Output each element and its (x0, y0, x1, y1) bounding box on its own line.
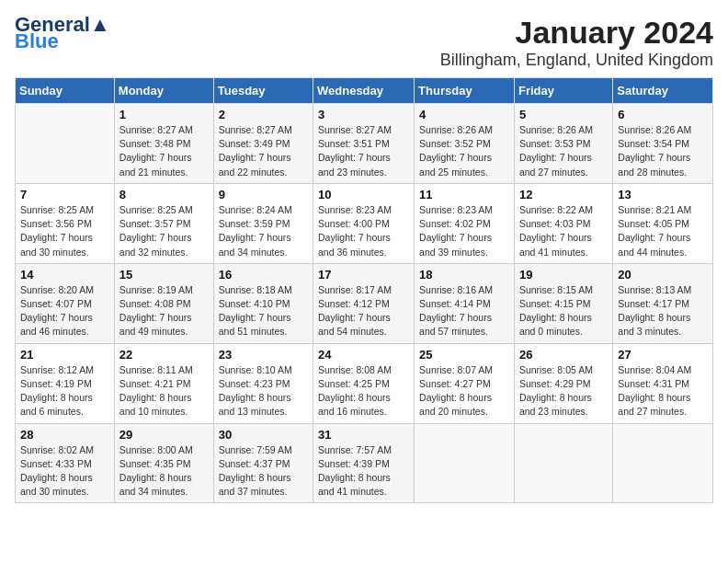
calendar-cell: 21Sunrise: 8:12 AM Sunset: 4:19 PM Dayli… (16, 343, 115, 423)
day-header-thursday: Thursday (415, 78, 515, 104)
calendar-cell: 1Sunrise: 8:27 AM Sunset: 3:48 PM Daylig… (114, 104, 213, 184)
calendar-cell: 20Sunrise: 8:13 AM Sunset: 4:17 PM Dayli… (613, 263, 713, 343)
calendar-cell: 15Sunrise: 8:19 AM Sunset: 4:08 PM Dayli… (114, 263, 213, 343)
day-info: Sunrise: 8:27 AM Sunset: 3:49 PM Dayligh… (219, 123, 308, 179)
day-header-sunday: Sunday (16, 78, 115, 104)
calendar-cell: 22Sunrise: 8:11 AM Sunset: 4:21 PM Dayli… (114, 343, 213, 423)
day-header-monday: Monday (114, 78, 213, 104)
calendar-cell: 29Sunrise: 8:00 AM Sunset: 4:35 PM Dayli… (114, 423, 213, 503)
day-number: 30 (219, 428, 308, 442)
day-info: Sunrise: 8:04 AM Sunset: 4:31 PM Dayligh… (618, 363, 708, 419)
calendar-cell: 11Sunrise: 8:23 AM Sunset: 4:02 PM Dayli… (415, 183, 515, 263)
day-number: 27 (618, 348, 708, 362)
calendar-cell (613, 423, 713, 503)
day-info: Sunrise: 8:23 AM Sunset: 4:02 PM Dayligh… (419, 203, 509, 259)
calendar-cell: 5Sunrise: 8:26 AM Sunset: 3:53 PM Daylig… (514, 104, 612, 184)
calendar-cell: 26Sunrise: 8:05 AM Sunset: 4:29 PM Dayli… (514, 343, 612, 423)
day-number: 4 (419, 108, 509, 121)
main-title: January 2024 (440, 15, 713, 51)
day-number: 23 (219, 348, 308, 362)
day-number: 26 (519, 348, 608, 362)
calendar-cell: 14Sunrise: 8:20 AM Sunset: 4:07 PM Dayli… (16, 263, 115, 343)
day-info: Sunrise: 8:23 AM Sunset: 4:00 PM Dayligh… (318, 203, 409, 259)
day-info: Sunrise: 8:13 AM Sunset: 4:17 PM Dayligh… (618, 283, 708, 339)
calendar-cell: 7Sunrise: 8:25 AM Sunset: 3:56 PM Daylig… (16, 183, 115, 263)
day-info: Sunrise: 8:12 AM Sunset: 4:19 PM Dayligh… (20, 363, 109, 419)
calendar-week-5: 28Sunrise: 8:02 AM Sunset: 4:33 PM Dayli… (16, 423, 713, 503)
day-number: 1 (119, 108, 209, 121)
day-info: Sunrise: 8:24 AM Sunset: 3:59 PM Dayligh… (219, 203, 308, 259)
day-info: Sunrise: 8:10 AM Sunset: 4:23 PM Dayligh… (219, 363, 308, 419)
day-info: Sunrise: 8:15 AM Sunset: 4:15 PM Dayligh… (519, 283, 608, 339)
day-number: 17 (318, 268, 409, 282)
calendar-cell: 16Sunrise: 8:18 AM Sunset: 4:10 PM Dayli… (213, 263, 313, 343)
calendar-cell: 3Sunrise: 8:27 AM Sunset: 3:51 PM Daylig… (313, 104, 415, 184)
calendar-cell: 28Sunrise: 8:02 AM Sunset: 4:33 PM Dayli… (16, 423, 115, 503)
calendar-week-2: 7Sunrise: 8:25 AM Sunset: 3:56 PM Daylig… (16, 183, 713, 263)
day-info: Sunrise: 8:19 AM Sunset: 4:08 PM Dayligh… (119, 283, 209, 339)
logo-text2: Blue (15, 31, 59, 52)
day-number: 24 (318, 348, 409, 362)
day-info: Sunrise: 8:18 AM Sunset: 4:10 PM Dayligh… (219, 283, 308, 339)
day-number: 14 (20, 268, 109, 282)
day-number: 28 (20, 428, 109, 442)
calendar-cell: 30Sunrise: 7:59 AM Sunset: 4:37 PM Dayli… (213, 423, 313, 503)
day-info: Sunrise: 8:02 AM Sunset: 4:33 PM Dayligh… (20, 443, 109, 500)
day-number: 6 (618, 108, 708, 121)
day-number: 16 (219, 268, 308, 282)
calendar-cell: 24Sunrise: 8:08 AM Sunset: 4:25 PM Dayli… (313, 343, 415, 423)
calendar-cell: 25Sunrise: 8:07 AM Sunset: 4:27 PM Dayli… (415, 343, 515, 423)
day-number: 9 (219, 188, 308, 201)
calendar-cell: 17Sunrise: 8:17 AM Sunset: 4:12 PM Dayli… (313, 263, 415, 343)
day-info: Sunrise: 8:11 AM Sunset: 4:21 PM Dayligh… (119, 363, 209, 419)
calendar-header: SundayMondayTuesdayWednesdayThursdayFrid… (16, 78, 713, 104)
day-number: 12 (519, 188, 608, 201)
day-info: Sunrise: 8:17 AM Sunset: 4:12 PM Dayligh… (318, 283, 409, 339)
calendar-cell: 9Sunrise: 8:24 AM Sunset: 3:59 PM Daylig… (213, 183, 313, 263)
calendar-table: SundayMondayTuesdayWednesdayThursdayFrid… (15, 77, 713, 503)
day-info: Sunrise: 8:20 AM Sunset: 4:07 PM Dayligh… (20, 283, 109, 339)
day-number: 18 (419, 268, 509, 282)
day-info: Sunrise: 7:57 AM Sunset: 4:39 PM Dayligh… (318, 443, 409, 500)
logo: General▲ Blue (15, 15, 110, 52)
day-number: 20 (618, 268, 708, 282)
day-info: Sunrise: 8:25 AM Sunset: 3:57 PM Dayligh… (119, 203, 209, 259)
day-info: Sunrise: 8:07 AM Sunset: 4:27 PM Dayligh… (419, 363, 509, 419)
day-info: Sunrise: 8:25 AM Sunset: 3:56 PM Dayligh… (20, 203, 109, 259)
day-number: 13 (618, 188, 708, 201)
day-header-friday: Friday (514, 78, 612, 104)
day-number: 5 (519, 108, 608, 121)
calendar-week-3: 14Sunrise: 8:20 AM Sunset: 4:07 PM Dayli… (16, 263, 713, 343)
day-info: Sunrise: 8:26 AM Sunset: 3:53 PM Dayligh… (519, 123, 608, 179)
day-info: Sunrise: 8:00 AM Sunset: 4:35 PM Dayligh… (119, 443, 209, 500)
day-header-wednesday: Wednesday (313, 78, 415, 104)
calendar-cell: 13Sunrise: 8:21 AM Sunset: 4:05 PM Dayli… (613, 183, 713, 263)
calendar-week-1: 1Sunrise: 8:27 AM Sunset: 3:48 PM Daylig… (16, 104, 713, 184)
day-info: Sunrise: 8:22 AM Sunset: 4:03 PM Dayligh… (519, 203, 608, 259)
day-info: Sunrise: 8:26 AM Sunset: 3:54 PM Dayligh… (618, 123, 708, 179)
day-number: 3 (318, 108, 409, 121)
calendar-cell (415, 423, 515, 503)
day-number: 25 (419, 348, 509, 362)
day-number: 19 (519, 268, 608, 282)
day-number: 11 (419, 188, 509, 201)
calendar-cell: 19Sunrise: 8:15 AM Sunset: 4:15 PM Dayli… (514, 263, 612, 343)
calendar-cell: 31Sunrise: 7:57 AM Sunset: 4:39 PM Dayli… (313, 423, 415, 503)
subtitle: Billingham, England, United Kingdom (440, 51, 713, 70)
calendar-cell (16, 104, 115, 184)
day-info: Sunrise: 8:27 AM Sunset: 3:51 PM Dayligh… (318, 123, 409, 179)
calendar-cell (514, 423, 612, 503)
calendar-cell: 23Sunrise: 8:10 AM Sunset: 4:23 PM Dayli… (213, 343, 313, 423)
calendar-cell: 4Sunrise: 8:26 AM Sunset: 3:52 PM Daylig… (415, 104, 515, 184)
day-number: 31 (318, 428, 409, 442)
calendar-cell: 2Sunrise: 8:27 AM Sunset: 3:49 PM Daylig… (213, 104, 313, 184)
day-info: Sunrise: 7:59 AM Sunset: 4:37 PM Dayligh… (219, 443, 308, 500)
title-area: January 2024 Billingham, England, United… (440, 15, 713, 70)
day-number: 2 (219, 108, 308, 121)
day-info: Sunrise: 8:27 AM Sunset: 3:48 PM Dayligh… (119, 123, 209, 179)
calendar-cell: 27Sunrise: 8:04 AM Sunset: 4:31 PM Dayli… (613, 343, 713, 423)
day-info: Sunrise: 8:26 AM Sunset: 3:52 PM Dayligh… (419, 123, 509, 179)
day-number: 29 (119, 428, 209, 442)
calendar-cell: 10Sunrise: 8:23 AM Sunset: 4:00 PM Dayli… (313, 183, 415, 263)
calendar-cell: 8Sunrise: 8:25 AM Sunset: 3:57 PM Daylig… (114, 183, 213, 263)
